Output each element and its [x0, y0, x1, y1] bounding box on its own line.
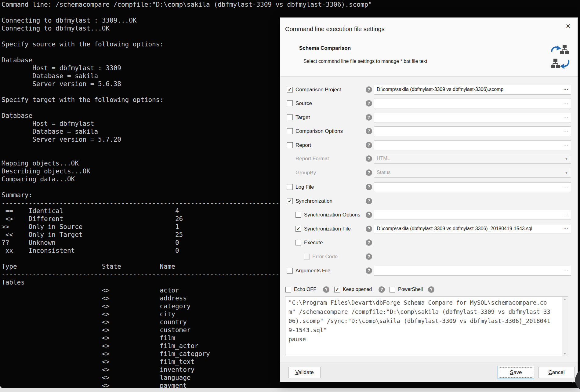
schema-comparison-heading: Schema Comparison — [299, 45, 351, 51]
arguments-file-checkbox[interactable]: ✓ — [287, 268, 293, 274]
comparison-options-checkbox[interactable]: ✓ — [287, 128, 293, 134]
bat-text-area[interactable]: "C:\Program Files\Devart\dbForge Schema … — [285, 296, 568, 356]
report-input[interactable]: ... — [374, 140, 571, 150]
comparison-options-label: Comparison Options — [295, 128, 343, 134]
help-icon[interactable]: ? — [366, 226, 372, 232]
target-checkbox[interactable]: ✓ — [287, 114, 293, 120]
comparison-project-checkbox[interactable]: ✓ — [287, 87, 293, 93]
schema-comparison-icon — [550, 45, 570, 70]
row-execute: ✓ Execute ? — [280, 238, 578, 248]
report-format-select: HTML ▼ — [374, 154, 571, 164]
powershell-label: PowerShell — [398, 287, 423, 292]
browse-button[interactable]: ... — [564, 267, 568, 272]
field-value: D:\comp\sakila (dbfmylast-3309 vs dbfmyl… — [377, 87, 503, 92]
chevron-down-icon: ▼ — [565, 157, 568, 161]
help-icon[interactable]: ? — [366, 239, 372, 246]
dialog-description: Select command line file settings to man… — [303, 59, 427, 64]
error-code-label: Error Code — [312, 254, 338, 260]
groupby-select: Status ▼ — [374, 168, 571, 178]
row-synchronization-file: ✓ Synchronization File ? D:\comp\sakila … — [280, 224, 578, 234]
row-log-file: ✓ Log File ? ... — [280, 182, 578, 192]
dialog-title: Command line execution file settings — [285, 26, 385, 33]
synchronization-checkbox[interactable]: ✓ — [287, 198, 293, 204]
synchronization-file-checkbox[interactable]: ✓ — [295, 226, 301, 232]
report-format-label: Report Format — [295, 156, 329, 162]
save-button[interactable]: Save — [498, 366, 534, 379]
browse-button[interactable]: ... — [564, 225, 568, 230]
cancel-button[interactable]: Cancel — [538, 367, 575, 378]
keep-opened-checkbox[interactable]: ✓ — [334, 287, 340, 292]
screen: Command line: /schemacompare /compfile:"… — [0, 0, 580, 392]
help-icon[interactable]: ? — [366, 155, 372, 162]
help-icon[interactable]: ? — [366, 86, 372, 93]
checkmark-icon: ✓ — [335, 287, 340, 292]
source-label: Source — [295, 100, 312, 107]
help-icon[interactable]: ? — [366, 184, 372, 190]
comparison-project-input[interactable]: D:\comp\sakila (dbfmylast-3309 vs dbfmyl… — [374, 85, 571, 95]
groupby-label: GroupBy — [295, 170, 316, 176]
help-icon[interactable]: ? — [323, 286, 329, 293]
browse-button[interactable]: ... — [564, 127, 568, 133]
help-icon[interactable]: ? — [366, 114, 372, 121]
powershell-checkbox[interactable]: ✓ — [390, 287, 395, 292]
browse-button[interactable]: ... — [564, 211, 568, 216]
row-bat-options: ✓ Echo OFF ? ✓ Keep opened ? ✓ PowerShel… — [280, 285, 578, 295]
row-synchronization: ✓ Synchronization ? — [280, 196, 578, 206]
select-value: HTML — [377, 156, 390, 161]
help-icon[interactable]: ? — [366, 142, 372, 148]
row-comparison-options: ✓ Comparison Options ? ... — [280, 126, 578, 136]
execute-label: Execute — [304, 240, 323, 246]
help-icon[interactable]: ? — [379, 286, 385, 293]
help-icon[interactable]: ? — [366, 253, 372, 260]
checkmark-icon: ✓ — [296, 226, 301, 231]
source-checkbox[interactable]: ✓ — [287, 100, 293, 106]
scroll-up-icon[interactable]: ▲ — [562, 297, 568, 301]
help-icon[interactable]: ? — [428, 286, 434, 293]
synchronization-options-input[interactable]: ... — [374, 210, 571, 220]
row-synchronization-options: ✓ Synchronization Options ? ... — [280, 210, 578, 220]
execute-checkbox[interactable]: ✓ — [295, 240, 301, 245]
validate-button[interactable]: Validate — [288, 367, 321, 378]
row-error-code: ✓ Error Code ? — [280, 252, 578, 262]
browse-button[interactable]: ... — [564, 86, 568, 91]
help-icon[interactable]: ? — [366, 267, 372, 274]
row-groupby: GroupBy ? Status ▼ — [280, 168, 578, 178]
browse-button[interactable]: ... — [564, 114, 568, 119]
row-target: ✓ Target ? ... — [280, 113, 578, 122]
checkmark-icon: ✓ — [287, 198, 292, 204]
help-icon[interactable]: ? — [366, 128, 372, 134]
scrollbar[interactable]: ▲ ▼ — [562, 297, 568, 356]
log-file-label: Log File — [295, 184, 314, 190]
comparison-project-label: Comparison Project — [295, 87, 341, 93]
close-icon[interactable]: × — [564, 22, 572, 30]
help-icon[interactable]: ? — [366, 100, 372, 107]
bat-text: "C:\Program Files\Devart\dbForge Schema … — [285, 297, 556, 345]
echo-off-checkbox[interactable]: ✓ — [285, 287, 291, 292]
comparison-options-input[interactable]: ... — [374, 126, 571, 136]
field-value: D:\comp\sakila (dbfmylast-3309 vs dbfmyl… — [377, 226, 532, 231]
error-code-checkbox: ✓ — [304, 254, 310, 260]
select-value: Status — [377, 170, 390, 175]
synchronization-label: Synchronization — [295, 198, 332, 204]
row-comparison-project: ✓ Comparison Project ? D:\comp\sakila (d… — [280, 85, 578, 95]
log-file-input[interactable]: ... — [374, 182, 571, 192]
help-icon[interactable]: ? — [366, 169, 372, 176]
synchronization-options-checkbox[interactable]: ✓ — [295, 212, 301, 218]
browse-button[interactable]: ... — [564, 141, 568, 147]
row-report-format: Report Format ? HTML ▼ — [280, 154, 578, 164]
help-icon[interactable]: ? — [366, 212, 372, 218]
row-arguments-file: ✓ Arguments File ? ... — [280, 266, 578, 276]
target-input[interactable]: ... — [374, 113, 571, 122]
source-input[interactable]: ... — [374, 99, 571, 108]
target-label: Target — [295, 114, 310, 121]
keep-opened-label: Keep opened — [343, 287, 372, 292]
help-icon[interactable]: ? — [366, 198, 372, 204]
log-file-checkbox[interactable]: ✓ — [287, 184, 293, 190]
browse-button[interactable]: ... — [564, 183, 568, 189]
report-checkbox[interactable]: ✓ — [287, 142, 293, 148]
scroll-down-icon[interactable]: ▼ — [562, 352, 568, 355]
browse-button[interactable]: ... — [564, 100, 568, 105]
echo-off-label: Echo OFF — [294, 287, 316, 292]
arguments-file-input[interactable]: ... — [374, 266, 571, 276]
synchronization-file-input[interactable]: D:\comp\sakila (dbfmylast-3309 vs dbfmyl… — [374, 224, 571, 234]
